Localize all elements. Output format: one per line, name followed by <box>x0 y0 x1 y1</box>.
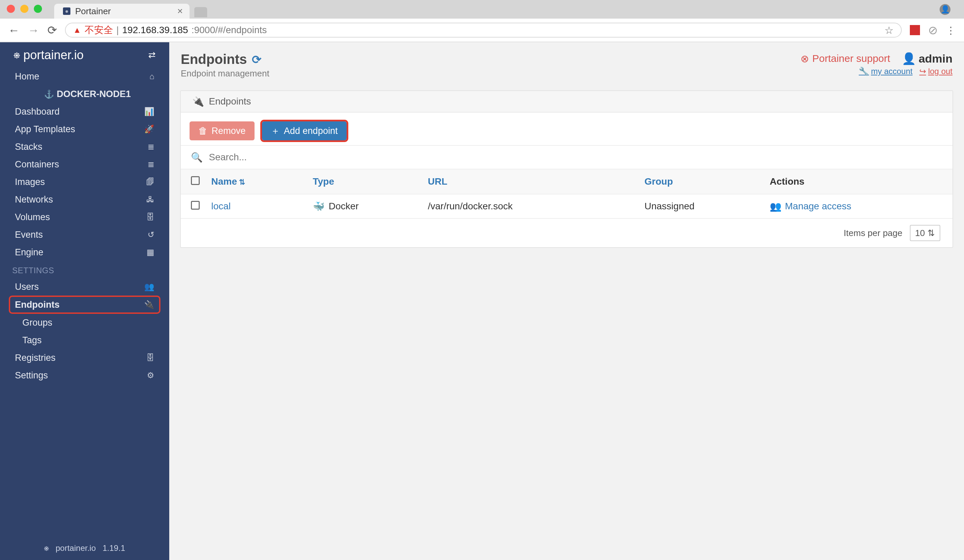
select-all-checkbox[interactable] <box>191 176 200 185</box>
sidebar-item-docker-node[interactable]: ⚓ DOCKER-NODE1 <box>0 85 169 103</box>
col-type[interactable]: Type <box>313 176 428 187</box>
my-account-link[interactable]: 🔧my account <box>859 67 913 76</box>
widget-actions: 🗑Remove ＋Add endpoint <box>181 113 953 145</box>
dashboard-icon: 📊 <box>144 107 154 116</box>
close-tab-icon[interactable]: × <box>177 6 183 16</box>
sidebar-item-app-templates[interactable]: App Templates🚀 <box>0 120 169 138</box>
sort-icon: ⇅ <box>239 178 245 186</box>
sidebar-item-images[interactable]: Images🗐 <box>0 173 169 191</box>
reload-button[interactable]: ⟳ <box>47 23 57 37</box>
plus-icon: ＋ <box>271 125 280 137</box>
sidebar-item-containers[interactable]: Containers≣ <box>0 156 169 173</box>
col-name[interactable]: Name⇅ <box>211 176 313 187</box>
crane-icon: ⎈ <box>44 544 49 553</box>
content: Endpoints ⟳ Endpoint management ⊗Portain… <box>169 42 964 560</box>
user-circle-icon: 👤 <box>902 52 916 65</box>
browser-tab[interactable]: ⎈ Portainer × <box>54 4 190 19</box>
search-icon: 🔍 <box>191 152 203 163</box>
th-icon: ▦ <box>147 248 154 257</box>
browser-menu-icon[interactable]: ⋮ <box>946 24 956 36</box>
home-icon: ⌂ <box>150 72 155 81</box>
anchor-icon: ⚓ <box>44 89 54 99</box>
items-per-page-select[interactable]: 10⇅ <box>910 225 940 241</box>
tab-bar: ⎈ Portainer × 👤 <box>0 0 964 19</box>
content-header: Endpoints ⟳ Endpoint management ⊗Portain… <box>169 42 964 82</box>
sidebar-item-endpoints[interactable]: Endpoints🔌 <box>10 297 159 312</box>
sidebar-item-users[interactable]: Users👥 <box>0 278 169 295</box>
manage-access-link[interactable]: 👥Manage access <box>770 201 942 212</box>
current-user: 👤admin <box>902 52 953 65</box>
window-controls <box>7 5 42 13</box>
endpoint-name-link[interactable]: local <box>211 201 313 212</box>
support-link[interactable]: ⊗Portainer support <box>801 53 890 65</box>
sidebar-item-engine[interactable]: Engine▦ <box>0 243 169 261</box>
bookmark-star-icon[interactable]: ☆ <box>884 24 894 36</box>
new-tab-button[interactable] <box>194 7 207 17</box>
fullscreen-window-icon[interactable] <box>34 5 42 13</box>
warning-icon: ▲ <box>73 25 81 35</box>
sitemap-icon: 🖧 <box>146 195 154 204</box>
refresh-icon[interactable]: ⟳ <box>252 53 261 66</box>
cogs-icon: ⚙ <box>147 371 154 380</box>
footer-version: 1.19.1 <box>103 544 125 553</box>
security-label: 不安全 <box>85 24 113 37</box>
favicon-icon: ⎈ <box>63 7 70 15</box>
list-icon: ≣ <box>148 160 154 169</box>
logout-link[interactable]: ↪log out <box>919 67 953 76</box>
swap-icon[interactable]: ⇄ <box>148 50 156 60</box>
items-per-page-label: Items per page <box>844 228 902 239</box>
sidebar-section-settings: SETTINGS <box>0 261 169 278</box>
add-endpoint-button[interactable]: ＋Add endpoint <box>262 122 347 140</box>
profile-avatar-icon[interactable]: 👤 <box>940 4 951 15</box>
database-icon: 🗄 <box>146 353 154 362</box>
row-checkbox[interactable] <box>191 201 200 209</box>
sign-out-icon: ↪ <box>919 67 926 76</box>
col-url[interactable]: URL <box>428 176 645 187</box>
address-field[interactable]: ▲ 不安全 | 192.168.39.185:9000/#/endpoints … <box>65 23 902 37</box>
rocket-icon: 🚀 <box>144 125 154 134</box>
docker-icon: 🐳 <box>313 201 325 212</box>
minimize-window-icon[interactable] <box>20 5 28 13</box>
widget-footer: Items per page 10⇅ <box>181 218 953 247</box>
back-button[interactable]: ← <box>8 24 20 37</box>
remove-button[interactable]: 🗑Remove <box>190 122 254 140</box>
history-icon: ↺ <box>148 230 154 239</box>
search-input[interactable] <box>209 152 942 163</box>
col-group[interactable]: Group <box>645 176 770 187</box>
url-path: :9000/#/endpoints <box>192 25 267 36</box>
close-window-icon[interactable] <box>7 5 15 13</box>
sidebar-item-dashboard[interactable]: Dashboard📊 <box>0 103 169 120</box>
users-icon: 👥 <box>144 282 154 292</box>
users-icon: 👥 <box>770 201 782 212</box>
search-bar: 🔍 <box>181 145 953 169</box>
widget-header: 🔌 Endpoints <box>181 91 953 113</box>
sidebar-item-registries[interactable]: Registries🗄 <box>0 349 169 367</box>
sidebar-item-networks[interactable]: Networks🖧 <box>0 191 169 208</box>
list-icon: ≣ <box>148 142 154 151</box>
widget-title: Endpoints <box>209 96 251 107</box>
sidebar-logo: ⎈portainer.io ⇄ <box>0 42 169 68</box>
sidebar-item-stacks[interactable]: Stacks≣ <box>0 138 169 156</box>
page-subtitle: Endpoint management <box>181 68 269 79</box>
sidebar-item-home[interactable]: Home⌂ <box>0 68 169 85</box>
footer-brand: portainer.io <box>55 544 96 553</box>
url-host: 192.168.39.185 <box>122 25 188 36</box>
forward-button[interactable]: → <box>28 24 39 37</box>
sidebar-item-settings[interactable]: Settings⚙ <box>0 367 169 384</box>
brand-name: portainer.io <box>23 48 84 62</box>
sidebar-item-groups[interactable]: Groups <box>0 314 169 331</box>
extension-icon[interactable] <box>910 25 920 35</box>
database-icon: 🗄 <box>146 213 154 222</box>
endpoint-type: 🐳Docker <box>313 201 428 212</box>
extension-icon-2[interactable]: ⊘ <box>928 23 938 37</box>
clone-icon: 🗐 <box>146 177 154 187</box>
sidebar-item-tags[interactable]: Tags <box>0 331 169 349</box>
chevron-updown-icon: ⇅ <box>927 228 935 239</box>
plug-icon: 🔌 <box>144 300 154 309</box>
sidebar-item-events[interactable]: Events↺ <box>0 226 169 243</box>
sidebar-item-volumes[interactable]: Volumes🗄 <box>0 208 169 226</box>
table-header: Name⇅ Type URL Group Actions <box>181 169 953 194</box>
app-root: ⎈portainer.io ⇄ Home⌂ ⚓ DOCKER-NODE1 Das… <box>0 42 964 560</box>
crane-icon: ⎈ <box>13 49 20 61</box>
sidebar-footer: ⎈ portainer.io 1.19.1 <box>0 536 169 560</box>
